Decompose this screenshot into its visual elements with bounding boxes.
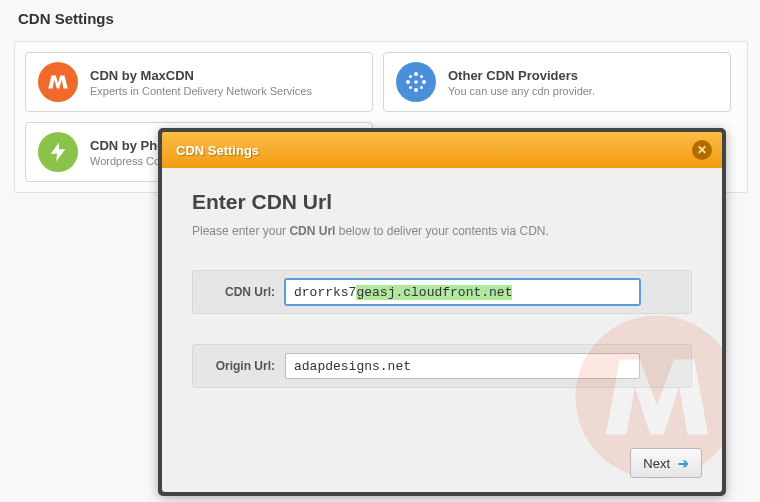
modal-heading: Enter CDN Url: [192, 190, 692, 214]
maxcdn-icon: [38, 62, 78, 102]
origin-url-input[interactable]: [285, 353, 640, 379]
close-button[interactable]: ✕: [692, 140, 712, 160]
other-cdn-icon: [396, 62, 436, 102]
svg-point-1: [414, 88, 418, 92]
svg-point-2: [406, 80, 410, 84]
modal-header: CDN Settings ✕: [162, 132, 722, 168]
cdn-url-row: CDN Url: drorrks7geasj.cloudfront.net: [192, 270, 692, 314]
arrow-right-icon: ➔: [678, 456, 689, 471]
modal-footer: Next ➔: [630, 448, 702, 478]
provider-other[interactable]: Other CDN Providers You can use any cdn …: [383, 52, 731, 112]
provider-title: CDN by MaxCDN: [90, 68, 312, 83]
modal-overlay: CDN Settings ✕ Enter CDN Url Please ente…: [158, 128, 726, 496]
svg-point-3: [422, 80, 426, 84]
cdn-url-label: CDN Url:: [205, 285, 275, 299]
cdn-url-input[interactable]: drorrks7geasj.cloudfront.net: [285, 279, 640, 305]
svg-point-7: [420, 86, 423, 89]
provider-sub: Experts in Content Delivery Network Serv…: [90, 85, 312, 97]
modal-description: Please enter your CDN Url below to deliv…: [192, 224, 692, 238]
origin-url-label: Origin Url:: [205, 359, 275, 373]
close-icon: ✕: [697, 144, 707, 156]
modal-title: CDN Settings: [176, 143, 259, 158]
photon-icon: [38, 132, 78, 172]
svg-point-0: [414, 72, 418, 76]
modal-window: CDN Settings ✕ Enter CDN Url Please ente…: [162, 132, 722, 492]
next-button[interactable]: Next ➔: [630, 448, 702, 478]
modal-body: Enter CDN Url Please enter your CDN Url …: [162, 168, 722, 492]
svg-point-4: [409, 75, 412, 78]
page-title: CDN Settings: [0, 0, 760, 41]
provider-sub: You can use any cdn provider.: [448, 85, 595, 97]
svg-point-8: [414, 80, 418, 84]
origin-url-row: Origin Url:: [192, 344, 692, 388]
next-button-label: Next: [643, 456, 670, 471]
svg-point-6: [409, 86, 412, 89]
provider-title: Other CDN Providers: [448, 68, 595, 83]
provider-maxcdn[interactable]: CDN by MaxCDN Experts in Content Deliver…: [25, 52, 373, 112]
svg-point-5: [420, 75, 423, 78]
